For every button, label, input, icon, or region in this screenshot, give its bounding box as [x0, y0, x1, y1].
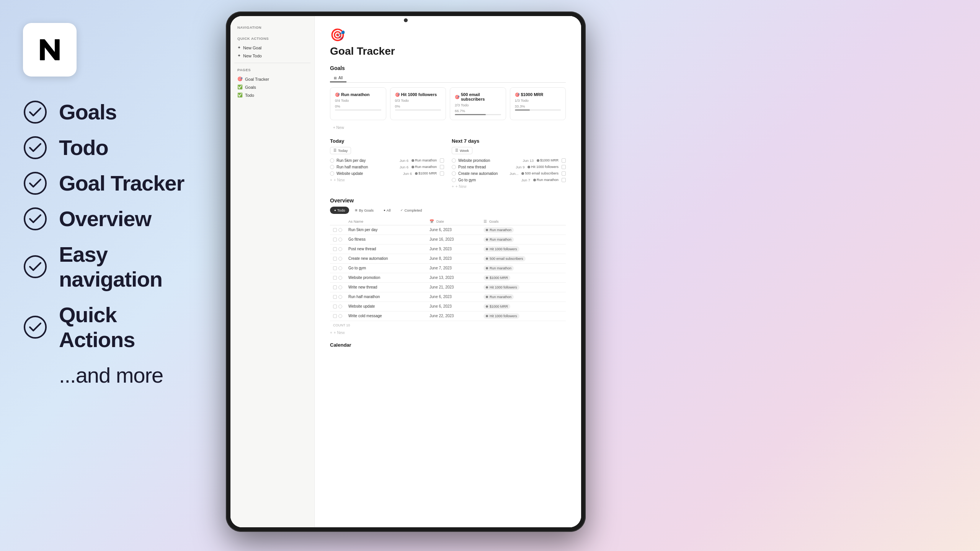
- row-checkbox-9[interactable]: [333, 314, 337, 318]
- next7-circle-1[interactable]: [452, 158, 456, 163]
- row-circle-3[interactable]: [338, 257, 342, 261]
- table-row-checkbox-cell-8: [330, 302, 345, 311]
- goal-card-email-subs-meta: 2/3 Todo: [455, 103, 501, 107]
- sidebar-page-goal-tracker-label: Goal Tracker: [245, 77, 269, 82]
- today-view-tab[interactable]: ☰ Today: [330, 147, 351, 154]
- left-panel: Goals Todo Goal Tracker Overview: [0, 0, 214, 551]
- next7-goal-dot-4: [533, 179, 536, 181]
- sidebar-navigation-label: Navigation: [234, 24, 310, 31]
- list-icon-week: ☰: [455, 148, 458, 152]
- row-circle-7[interactable]: [338, 295, 342, 299]
- svg-point-5: [24, 256, 46, 277]
- table-row-checkbox-cell-5: [330, 273, 345, 282]
- next7-circle-4[interactable]: [452, 178, 456, 182]
- row-checkbox-3[interactable]: [333, 257, 337, 261]
- feature-item-quick-actions: Quick Actions: [23, 302, 191, 352]
- today-task-3-name: Website update: [336, 171, 363, 176]
- row-checkbox-1[interactable]: [333, 238, 337, 241]
- goals-add-new[interactable]: + New: [330, 123, 566, 132]
- goal-tag-label-1: Run marathon: [490, 238, 511, 241]
- goal-tag-dot-7: [486, 296, 488, 298]
- row-circle-0[interactable]: [338, 228, 342, 232]
- goal-card-email-subs-progress-bar: [455, 114, 501, 115]
- goals-view-tab-all[interactable]: ⊞ All: [330, 74, 346, 82]
- next7-task-1-left: Website promotion: [452, 158, 490, 163]
- today-task-1: Run 5km per day Jun 6 Run marathon: [330, 157, 444, 164]
- task-circle-2[interactable]: [330, 165, 334, 169]
- goal-card-email-subs-progress-fill: [455, 114, 486, 115]
- today-add-task[interactable]: + + New: [330, 177, 444, 183]
- table-row-date-2: June 9, 2023: [426, 244, 480, 254]
- next7-circle-3[interactable]: [452, 171, 456, 176]
- next7-add-task[interactable]: + + New: [452, 183, 566, 190]
- table-row-date-4: June 7, 2023: [426, 263, 480, 273]
- row-circle-9[interactable]: [338, 314, 342, 318]
- row-checkbox-0[interactable]: [333, 228, 337, 232]
- overview-tab-todo[interactable]: ● Todo: [330, 207, 349, 214]
- page-title: Goal Tracker: [330, 45, 566, 57]
- overview-add-new[interactable]: + + New: [330, 329, 566, 336]
- row-circle-4[interactable]: [338, 266, 342, 270]
- overview-tab-all-label: All: [387, 208, 391, 212]
- goal-card-mrr-progress-bar: [515, 109, 561, 111]
- task-checkbox-3[interactable]: [440, 171, 444, 176]
- goal-tag-label-5: $1000 MRR: [490, 276, 508, 280]
- table-row-date-7: June 6, 2023: [426, 292, 480, 302]
- goal-card-followers-progress-bar: [395, 109, 441, 111]
- next7-task-4: Go to gym Jun 7 Run marathon: [452, 177, 566, 183]
- next7-checkbox-3[interactable]: [562, 171, 566, 176]
- goal-tag-dot-3: [486, 258, 488, 260]
- row-checkbox-4[interactable]: [333, 266, 337, 270]
- sidebar-new-todo[interactable]: ✦ New Todo: [234, 52, 310, 60]
- today-task-2-goal: Run marathon: [412, 165, 437, 169]
- overview-tab-all[interactable]: ● All: [379, 207, 395, 214]
- sidebar-page-goals-label: Goals: [245, 85, 256, 90]
- row-circle-6[interactable]: [338, 285, 342, 289]
- feature-goal-tracker-label: Goal Tracker: [59, 171, 184, 196]
- svg-point-3: [24, 173, 46, 194]
- table-row-name-4: Go to gym: [345, 263, 426, 273]
- goal-dot-2: [412, 166, 414, 168]
- next7-task-1-name: Website promotion: [458, 158, 490, 163]
- row-circle-8[interactable]: [338, 305, 342, 308]
- row-checkbox-6[interactable]: [333, 285, 337, 289]
- table-row-goal-4: Run marathon: [480, 263, 566, 273]
- table-row-date-9: June 22, 2023: [426, 311, 480, 321]
- task-circle-3[interactable]: [330, 171, 334, 176]
- row-circle-1[interactable]: [338, 238, 342, 241]
- row-circle-2[interactable]: [338, 247, 342, 251]
- next7-checkbox-1[interactable]: [562, 158, 566, 163]
- task-checkbox-1[interactable]: [440, 158, 444, 163]
- goal-tag-dot-2: [486, 248, 488, 250]
- row-checkbox-5[interactable]: [333, 276, 337, 280]
- row-checkbox-7[interactable]: [333, 295, 337, 299]
- today-task-3-date: Jun 6: [403, 171, 412, 176]
- today-section: Today ☰ Today Run 5km per day: [330, 138, 444, 190]
- goal-tag-label-9: Hit 1000 followers: [490, 314, 517, 318]
- today-task-2: Run half marathon Jun 6 Run marathon: [330, 164, 444, 170]
- sidebar-new-goal[interactable]: ✦ New Goal: [234, 44, 310, 52]
- row-checkbox-2[interactable]: [333, 247, 337, 251]
- next7-task-2-goal: Hit 1000 followers: [528, 165, 559, 169]
- goals-view-tabs: ⊞ All: [330, 74, 566, 83]
- row-circle-5[interactable]: [338, 276, 342, 280]
- sidebar-page-todo[interactable]: ✅ Todo: [234, 91, 310, 99]
- overview-tab-completed[interactable]: ✓ Completed: [396, 207, 426, 214]
- next7-circle-2[interactable]: [452, 165, 456, 169]
- task-checkbox-2[interactable]: [440, 165, 444, 169]
- sidebar-page-goals[interactable]: ✅ Goals: [234, 83, 310, 91]
- goal-tag-label-2: Hit 1000 followers: [490, 247, 517, 251]
- next7-task-2: Post new thread Jun 9 Hit 1000 followers: [452, 164, 566, 170]
- goal-tag-dot-6: [486, 286, 488, 289]
- sidebar: Navigation Quick Actions ✦ New Goal ✦ Ne…: [230, 16, 315, 527]
- table-row-checkbox-cell-3: [330, 254, 345, 263]
- sidebar-page-goal-tracker[interactable]: 🎯 Goal Tracker: [234, 75, 310, 83]
- next7-view-tab[interactable]: ☰ Week: [452, 147, 472, 154]
- today-task-2-right: Jun 6 Run marathon: [400, 165, 444, 169]
- next7-checkbox-2[interactable]: [562, 165, 566, 169]
- goal-card-mrr-progress-text: 33.3%: [515, 104, 561, 108]
- task-circle-1[interactable]: [330, 158, 334, 163]
- row-checkbox-8[interactable]: [333, 305, 337, 308]
- next7-checkbox-4[interactable]: [562, 178, 566, 182]
- overview-tab-by-goals[interactable]: ⊞ By Goals: [351, 207, 378, 214]
